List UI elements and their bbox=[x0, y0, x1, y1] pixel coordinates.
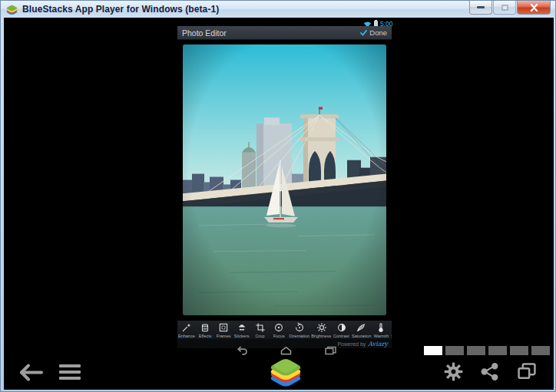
photo-editor-header: Photo Editor Done bbox=[177, 26, 392, 40]
tool-crop[interactable]: Crop bbox=[251, 322, 270, 339]
minimize-button[interactable] bbox=[469, 1, 492, 15]
android-back-icon[interactable] bbox=[235, 346, 248, 355]
maximize-button[interactable] bbox=[493, 1, 516, 15]
tool-enhance[interactable]: Enhance bbox=[177, 322, 196, 339]
rotate-icon bbox=[294, 322, 305, 333]
tool-label: Brightness bbox=[311, 333, 331, 338]
tool-label: Orientation bbox=[289, 333, 309, 338]
tool-label: Effects bbox=[199, 333, 212, 338]
back-button[interactable] bbox=[18, 363, 44, 382]
menu-bar bbox=[59, 364, 81, 367]
tool-effects[interactable]: Effects bbox=[196, 322, 214, 339]
window-switch-button[interactable] bbox=[516, 362, 538, 381]
tool-saturation[interactable]: Saturation bbox=[351, 322, 372, 339]
tool-label: Stickers bbox=[234, 333, 250, 338]
tool-sharpness[interactable]: Sharpness bbox=[390, 322, 392, 339]
dock-slot[interactable] bbox=[467, 346, 485, 355]
share-button[interactable] bbox=[480, 362, 499, 381]
window-title: BlueStacks App Player for Windows (beta-… bbox=[22, 4, 219, 15]
bluestacks-window: BlueStacks App Player for Windows (beta-… bbox=[0, 0, 556, 392]
photo-editor-panel: Photo Editor Done bbox=[177, 26, 392, 348]
tool-label: Sharpness bbox=[391, 333, 392, 338]
feather-icon bbox=[356, 322, 366, 333]
tool-warmth[interactable]: Warmth bbox=[372, 322, 390, 339]
tool-focus[interactable]: Focus bbox=[270, 322, 288, 339]
tool-label: Warmth bbox=[374, 333, 389, 338]
tool-label: Focus bbox=[273, 333, 284, 338]
tool-contrast[interactable]: Contrast bbox=[333, 322, 351, 339]
menu-bar bbox=[59, 377, 81, 380]
tool-orientation[interactable]: Orientation bbox=[288, 322, 310, 339]
android-recents-icon[interactable] bbox=[324, 346, 337, 355]
close-button[interactable] bbox=[517, 1, 551, 15]
done-label: Done bbox=[369, 28, 387, 37]
tool-brightness[interactable]: Brightness bbox=[310, 322, 332, 339]
minimize-icon bbox=[477, 6, 485, 8]
share-icon bbox=[482, 364, 498, 380]
aviary-brand: Aviary bbox=[368, 341, 388, 348]
window-titlebar: BlueStacks App Player for Windows (beta-… bbox=[1, 1, 555, 18]
emulator-screen: 5:00 Photo Editor Done bbox=[4, 18, 554, 390]
tool-label: Saturation bbox=[352, 333, 371, 338]
editor-toolbar: Enhance Effects Frames bbox=[177, 320, 392, 339]
thermometer-icon bbox=[376, 322, 386, 333]
dock-indicators bbox=[424, 346, 550, 355]
tool-label: Enhance bbox=[178, 333, 195, 338]
dock-slot[interactable] bbox=[445, 346, 464, 355]
powered-by-text: Powered by bbox=[337, 341, 366, 347]
crop-icon bbox=[255, 322, 266, 333]
done-button[interactable]: Done bbox=[360, 28, 387, 37]
effects-jar-icon bbox=[200, 322, 210, 333]
magic-wand-icon bbox=[181, 322, 192, 333]
tool-label: Frames bbox=[217, 333, 231, 338]
bridge-photo bbox=[183, 44, 386, 315]
photo-canvas[interactable] bbox=[183, 44, 386, 315]
tool-label: Crop bbox=[256, 333, 265, 338]
dock-slot[interactable] bbox=[488, 346, 507, 355]
sticker-hat-mustache-icon bbox=[237, 322, 247, 333]
dock-slot-active[interactable] bbox=[424, 346, 442, 355]
focus-icon bbox=[273, 322, 284, 333]
photo-editor-title: Photo Editor bbox=[182, 28, 227, 38]
frame-icon bbox=[218, 322, 229, 333]
check-icon bbox=[360, 30, 367, 36]
menu-bar bbox=[59, 371, 81, 374]
dock-slot[interactable] bbox=[510, 346, 528, 355]
close-icon bbox=[530, 4, 538, 12]
bluestacks-logo-icon bbox=[6, 5, 18, 15]
photo-canvas-area bbox=[177, 40, 392, 320]
dock-slot[interactable] bbox=[531, 346, 550, 355]
window-switch-icon bbox=[519, 364, 535, 378]
tool-frames[interactable]: Frames bbox=[214, 322, 233, 339]
maximize-icon bbox=[501, 5, 508, 11]
tool-stickers[interactable]: Stickers bbox=[233, 322, 251, 339]
contrast-icon bbox=[336, 322, 347, 333]
bluestacks-home-button[interactable] bbox=[267, 354, 304, 390]
gear-icon bbox=[445, 363, 463, 381]
settings-button[interactable] bbox=[443, 361, 464, 382]
menu-button[interactable] bbox=[59, 364, 81, 380]
sun-icon bbox=[316, 322, 327, 333]
tool-label: Contrast bbox=[333, 333, 349, 338]
